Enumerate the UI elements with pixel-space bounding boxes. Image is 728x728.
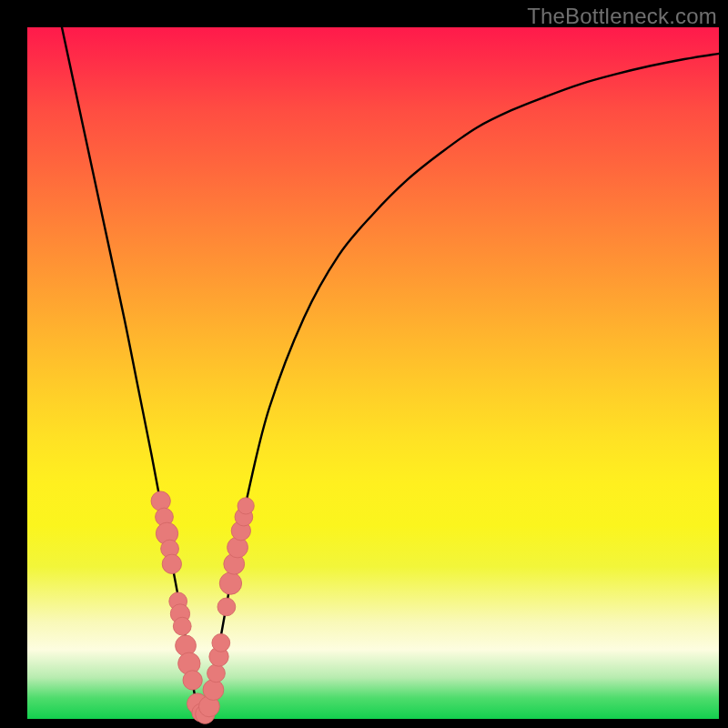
marker-dot	[183, 671, 202, 690]
bottleneck-curve	[62, 27, 719, 718]
marker-dot	[173, 617, 191, 635]
marker-dot	[207, 664, 226, 682]
watermark-text: TheBottleneck.com	[527, 4, 717, 29]
marker-dot	[238, 498, 254, 514]
marker-dot	[151, 491, 170, 511]
marker-dot	[212, 634, 230, 652]
chart-frame: TheBottleneck.com	[0, 0, 728, 728]
marker-dot	[219, 572, 241, 594]
marker-dot	[203, 680, 224, 701]
marker-dot	[217, 598, 236, 616]
marker-dot	[162, 554, 181, 573]
chart-overlay	[27, 27, 719, 719]
highlight-markers	[151, 491, 254, 723]
